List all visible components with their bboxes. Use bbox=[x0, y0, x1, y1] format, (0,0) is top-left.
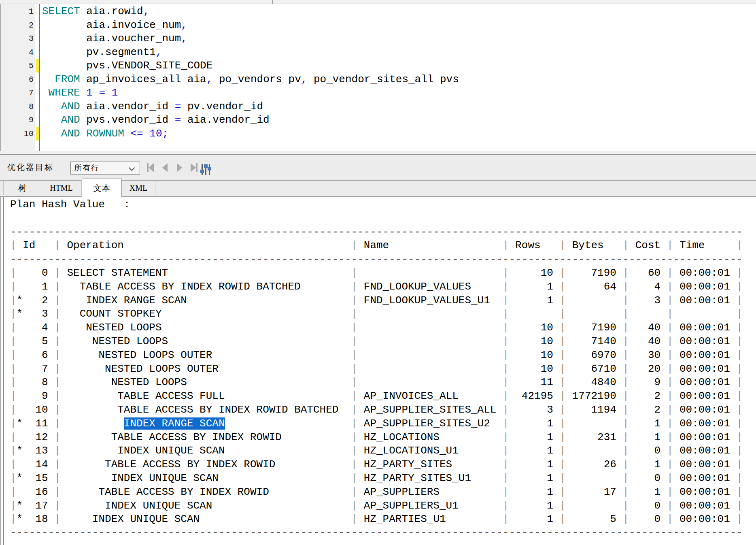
line-number: 6 bbox=[1, 73, 34, 87]
optimizer-goal-select[interactable]: 所有行 bbox=[70, 162, 140, 175]
plan-row: |* 17 | INDEX UNIQUE SCAN | AP_SUPPLIERS… bbox=[10, 499, 743, 513]
last-record-button[interactable] bbox=[189, 163, 198, 172]
plan-row: | 0 | SELECT STATEMENT | | 10 | 7190 | 6… bbox=[10, 266, 743, 280]
plan-hash-line: Plan Hash Value : bbox=[10, 198, 743, 212]
line-number: 2 bbox=[1, 19, 34, 32]
change-marker-icon bbox=[36, 127, 39, 141]
tab-text[interactable]: 文本 bbox=[82, 179, 122, 197]
plan-row: |* 3 | COUNT STOPKEY | | | | | | bbox=[10, 307, 743, 321]
previous-record-icon bbox=[162, 163, 168, 172]
plan-row: | 4 | NESTED LOOPS | | 10 | 7190 | 40 | … bbox=[10, 321, 743, 335]
code-line: SELECT aia.rowid, bbox=[42, 5, 459, 19]
plan-toolbar: 优化器目标 所有行 bbox=[0, 155, 756, 180]
code-line: AND aia.vendor_id = pv.vendor_id bbox=[42, 100, 459, 114]
plan-row: |* 18 | INDEX UNIQUE SCAN | HZ_PARTIES_U… bbox=[10, 513, 743, 526]
plan-row: |* 13 | INDEX UNIQUE SCAN | HZ_LOCATIONS… bbox=[10, 444, 743, 458]
code-line: AND ROWNUM <= 10; bbox=[42, 127, 459, 141]
first-record-button[interactable] bbox=[146, 163, 155, 172]
optimizer-goal-label: 优化器目标 bbox=[7, 155, 54, 180]
plan-settings-button[interactable] bbox=[201, 164, 211, 176]
next-record-button[interactable] bbox=[175, 163, 184, 172]
plan-pane-left-border bbox=[3, 197, 4, 545]
splitter-handle-icon bbox=[272, 0, 273, 4]
line-number: 1 bbox=[1, 5, 34, 19]
sql-editor[interactable]: 12345678910 SELECT aia.rowid, aia.invoic… bbox=[1, 4, 756, 151]
line-number: 8 bbox=[1, 100, 34, 114]
plan-row: |* 11 | INDEX RANGE SCAN | AP_SUPPLIER_S… bbox=[10, 417, 743, 431]
plan-row: | 6 | NESTED LOOPS OUTER | | 10 | 6970 |… bbox=[10, 349, 743, 362]
plan-header-row: | Id | Operation | Name | Rows | Bytes |… bbox=[10, 239, 743, 253]
plan-row: | 5 | NESTED LOOPS | | 10 | 7140 | 40 | … bbox=[10, 335, 743, 349]
selected-text: INDEX RANGE SCAN bbox=[124, 417, 225, 430]
blank-line bbox=[10, 212, 743, 226]
plan-row: | 9 | TABLE ACCESS FULL | AP_INVOICES_AL… bbox=[10, 390, 743, 403]
line-number: 3 bbox=[1, 32, 34, 46]
plan-row: | 14 | TABLE ACCESS BY INDEX ROWID | HZ_… bbox=[10, 458, 743, 472]
next-record-icon bbox=[177, 163, 182, 172]
plan-row: | 1 | TABLE ACCESS BY INDEX ROWID BATCHE… bbox=[10, 280, 743, 294]
plan-row: | 12 | TABLE ACCESS BY INDEX ROWID | HZ_… bbox=[10, 431, 743, 445]
table-divider: ----------------------------------------… bbox=[10, 226, 743, 239]
tab-html[interactable]: HTML bbox=[41, 181, 82, 195]
plan-row: |* 15 | INDEX UNIQUE SCAN | HZ_PARTY_SIT… bbox=[10, 472, 743, 485]
line-number: 7 bbox=[1, 86, 34, 100]
tab-xml[interactable]: XML bbox=[122, 181, 155, 195]
code-line: pvs.VENDOR_SITE_CODE bbox=[42, 59, 459, 73]
line-number: 4 bbox=[1, 46, 34, 60]
code-line: WHERE 1 = 1 bbox=[42, 86, 459, 100]
code-line: pv.segment1, bbox=[42, 46, 459, 60]
plan-row: | 8 | NESTED LOOPS | | 11 | 4840 | 9 | 0… bbox=[10, 376, 743, 390]
optimizer-goal-value: 所有行 bbox=[71, 163, 100, 173]
plan-row: | 10 | TABLE ACCESS BY INDEX ROWID BATCH… bbox=[10, 403, 743, 417]
last-record-icon bbox=[191, 163, 196, 172]
table-divider: ----------------------------------------… bbox=[10, 253, 743, 266]
chevron-down-icon bbox=[129, 165, 135, 171]
record-nav-group bbox=[146, 161, 198, 174]
code-line: aia.invoice_num, bbox=[42, 19, 459, 32]
gutter-separator bbox=[39, 4, 40, 151]
change-marker-icon bbox=[36, 59, 39, 72]
line-number: 9 bbox=[1, 113, 34, 127]
editor-result-divider[interactable] bbox=[0, 151, 756, 154]
tab-tree[interactable]: 树 bbox=[3, 181, 41, 195]
code-line: FROM ap_invoices_all aia, po_vendors pv,… bbox=[42, 73, 459, 87]
plan-text[interactable]: Plan Hash Value :-----------------------… bbox=[10, 198, 743, 540]
gutter-numbers: 12345678910 bbox=[1, 5, 34, 141]
table-divider: ----------------------------------------… bbox=[10, 526, 743, 540]
plan-row: | 7 | NESTED LOOPS OUTER | | 10 | 6710 |… bbox=[10, 362, 743, 376]
previous-record-button[interactable] bbox=[160, 163, 169, 172]
plan-row: | 16 | TABLE ACCESS BY INDEX ROWID | AP_… bbox=[10, 485, 743, 499]
line-number: 10 bbox=[1, 127, 34, 141]
code-line: AND pvs.vendor_id = aia.vendor_id bbox=[42, 113, 459, 127]
top-splitter-strip bbox=[0, 0, 756, 4]
plan-row: |* 2 | INDEX RANGE SCAN | FND_LOOKUP_VAL… bbox=[10, 294, 743, 308]
code-lines[interactable]: SELECT aia.rowid, aia.invoice_num, aia.v… bbox=[42, 5, 459, 141]
code-line: aia.voucher_num, bbox=[42, 32, 459, 46]
line-number: 5 bbox=[1, 59, 34, 73]
